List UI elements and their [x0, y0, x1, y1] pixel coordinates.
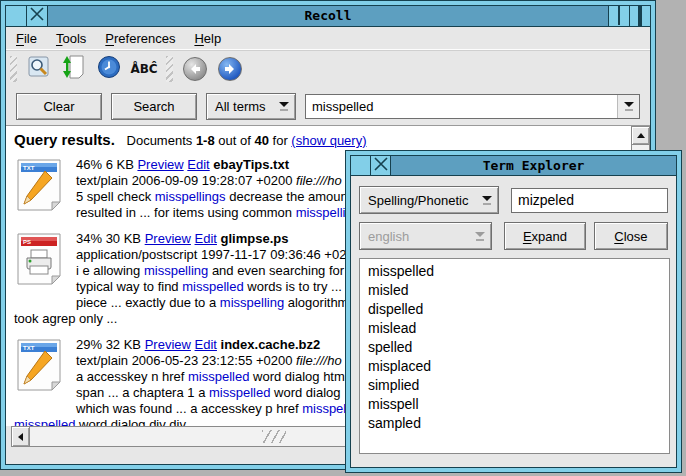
highlighted-term: misspelled — [188, 369, 249, 384]
expansion-mode-select[interactable]: Spelling/Phonetic — [359, 186, 499, 214]
sort-parameters-button[interactable] — [61, 55, 87, 83]
term-item[interactable]: misplaced — [360, 357, 669, 376]
toolbar-separator — [166, 56, 173, 82]
highlighted-term: misspelling — [144, 263, 208, 278]
menu-help[interactable]: Help — [194, 31, 221, 46]
next-page-icon — [218, 57, 242, 81]
chevron-down-icon — [476, 187, 498, 213]
term-item[interactable]: sampled — [360, 414, 669, 433]
document-history-icon — [97, 55, 121, 83]
previous-page-button[interactable] — [182, 55, 208, 83]
arrow-left-icon — [18, 433, 23, 441]
edit-link[interactable]: Edit — [195, 231, 217, 246]
close-dialog-button[interactable]: Close — [594, 222, 668, 250]
highlighted-term: misspelling — [220, 295, 284, 310]
result-text: word dialog html — [253, 369, 348, 384]
arrow-up-icon — [637, 133, 645, 138]
term-item[interactable]: dispelled — [360, 300, 669, 319]
term-item[interactable]: misspelled — [360, 262, 669, 281]
document-history-button[interactable] — [96, 55, 122, 83]
highlighted-term: misspelled — [182, 279, 243, 294]
language-select[interactable]: english — [359, 222, 492, 250]
minimize-button[interactable] — [6, 6, 27, 26]
sort-parameters-icon — [62, 54, 86, 84]
chevron-down-icon[interactable] — [617, 95, 639, 118]
search-mode-select[interactable]: All terms — [206, 93, 296, 120]
postscript-file-icon: PS — [16, 233, 62, 288]
search-bar: Clear Search All terms misspelled — [6, 87, 650, 125]
clear-button[interactable]: Clear — [16, 93, 102, 120]
scroll-up-button[interactable] — [632, 127, 649, 145]
restore-icon — [618, 7, 620, 25]
term-explorer-titlebar[interactable]: Term Explorer — [351, 156, 676, 176]
svg-text:TXT: TXT — [23, 165, 35, 171]
close-button[interactable] — [371, 156, 391, 175]
advanced-search-icon — [27, 55, 51, 83]
expand-button[interactable]: Expand — [504, 222, 586, 250]
svg-text:PS: PS — [23, 239, 31, 245]
recoll-titlebar[interactable]: Recoll — [6, 6, 650, 27]
menu-file[interactable]: File — [16, 31, 37, 46]
result-text: file:///ho — [296, 173, 342, 188]
text-file-icon: TXT — [16, 339, 62, 394]
toolbar-drag-handle[interactable] — [10, 56, 17, 82]
edit-link[interactable]: Edit — [187, 157, 209, 172]
results-header: Query results. Documents 1-8 out of 40 f… — [14, 130, 642, 151]
menubar: File Tools Preferences Help — [6, 27, 650, 50]
edit-link[interactable]: Edit — [195, 337, 217, 352]
preview-link[interactable]: Preview — [145, 337, 191, 352]
result-text: decrease the amount — [229, 189, 351, 204]
term-item[interactable]: misled — [360, 281, 669, 300]
result-text: 5 spell check — [76, 189, 155, 204]
result-text: i e allowing — [76, 263, 144, 278]
term-item[interactable]: simplied — [360, 376, 669, 395]
scroll-left-button[interactable] — [12, 427, 30, 446]
maximize-button[interactable] — [629, 6, 650, 26]
close-button[interactable] — [27, 6, 48, 26]
result-text: and even searching for — [212, 263, 344, 278]
result-text: text/plain 2006-09-09 19:28:07 +0200 — [76, 173, 296, 188]
query-input[interactable]: misspelled — [305, 94, 640, 119]
result-filename: index.cache.bz2 — [221, 337, 321, 352]
result-text: word dialog div div ... — [79, 417, 200, 426]
chevron-down-icon — [469, 223, 491, 249]
highlighted-term: misspelled — [209, 385, 270, 400]
result-text: 29% 32 KB — [76, 337, 145, 352]
preview-link[interactable]: Preview — [145, 231, 191, 246]
menu-preferences[interactable]: Preferences — [105, 31, 175, 46]
result-text: took agrep only ... — [14, 311, 117, 326]
preview-link[interactable]: Preview — [137, 157, 183, 172]
window-title: Recoll — [48, 6, 608, 26]
result-text: file:///ho — [296, 353, 342, 368]
result-filename: ebayTips.txt — [213, 157, 289, 172]
term-item[interactable]: spelled — [360, 338, 669, 357]
term-item[interactable]: mislead — [360, 319, 669, 338]
term-explorer-body: Spelling/Phonetic mizpeled english Expan… — [351, 176, 676, 467]
previous-page-icon — [183, 57, 207, 81]
result-text: typical way to find — [76, 279, 182, 294]
close-icon — [30, 7, 44, 25]
restore-button[interactable] — [608, 6, 629, 26]
term-explorer-window: Term Explorer Spelling/Phonetic mizpeled… — [345, 150, 682, 473]
show-query-link[interactable]: (show query) — [291, 133, 366, 148]
result-text: span ... a chaptera 1 a — [76, 385, 209, 400]
maximize-icon — [638, 7, 642, 25]
term-explorer-button[interactable]: ÅBĈ — [131, 55, 157, 83]
close-icon — [374, 157, 388, 175]
scrollbar-grip[interactable] — [262, 430, 286, 443]
term-list[interactable]: misspelled misled dispelled mislead spel… — [359, 258, 670, 454]
minimize-button[interactable] — [351, 156, 371, 175]
result-text: text/plain 2006-05-23 23:12:55 +0200 — [76, 353, 296, 368]
term-explorer-icon: ÅBĈ — [130, 62, 157, 76]
search-button[interactable]: Search — [111, 93, 197, 120]
result-text: application/postscript 1997-11-17 09:36:… — [76, 247, 361, 262]
menu-tools[interactable]: Tools — [56, 31, 86, 46]
next-page-button[interactable] — [217, 55, 243, 83]
term-input[interactable]: mizpeled — [511, 188, 668, 213]
term-item[interactable]: misspell — [360, 395, 669, 414]
advanced-search-button[interactable] — [26, 55, 52, 83]
result-text: resulted in ... for items using common — [76, 205, 296, 220]
svg-text:TXT: TXT — [23, 345, 35, 351]
result-text: word dialog — [274, 385, 341, 400]
results-title: Query results. — [14, 131, 115, 148]
